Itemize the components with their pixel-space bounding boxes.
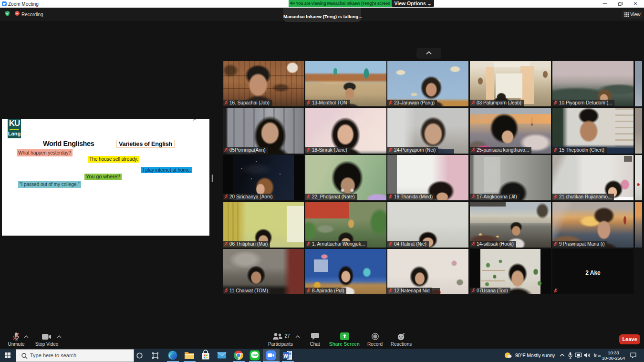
svg-text:W: W xyxy=(283,353,288,359)
svg-text:LINE: LINE xyxy=(252,354,258,357)
